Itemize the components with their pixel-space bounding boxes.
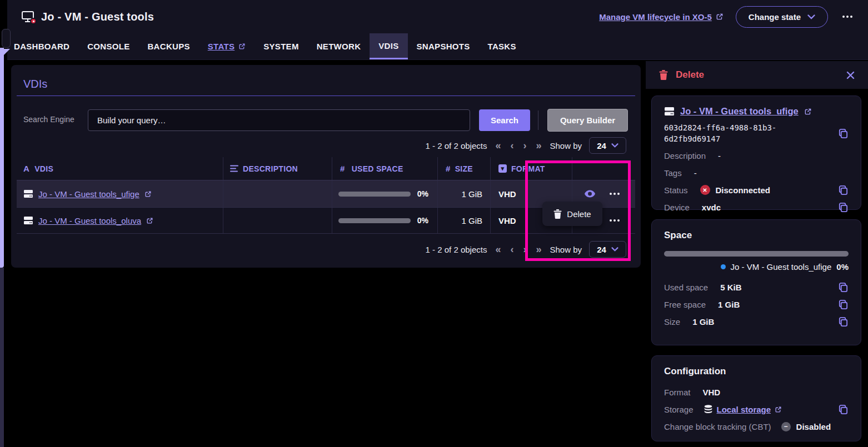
storage-row: Storage Local storage (664, 403, 849, 415)
close-icon[interactable] (846, 71, 855, 79)
search-row: Search Engine Search Query Builder (11, 109, 641, 132)
last-page-button[interactable]: » (535, 244, 542, 254)
vm-guest-tools-screen: Jo - VM - Guest tools Manage VM lifecycl… (0, 0, 868, 447)
column-header-vdis[interactable]: A VDIS (17, 157, 223, 180)
space-title: Space (664, 230, 849, 241)
tags-row: Tags - (664, 167, 849, 179)
tab-system[interactable]: SYSTEM (255, 33, 307, 59)
trash-icon (553, 209, 562, 219)
next-page-button[interactable]: › (522, 244, 527, 254)
pagination-summary: 1 - 2 of 2 objects (426, 245, 487, 254)
vdi-link[interactable]: Jo - VM - Guest tools_ufige (38, 189, 139, 199)
sidebar-delete-header: Delete (646, 61, 868, 89)
format-row: Format VHD (664, 386, 849, 398)
button-divider (538, 111, 538, 130)
left-edge-button (2, 29, 11, 48)
more-options-button[interactable] (840, 13, 855, 20)
column-header-description[interactable]: DESCRIPTION (223, 157, 332, 180)
chevron-down-icon (611, 143, 618, 148)
tab-tasks[interactable]: TASKS (479, 33, 525, 59)
trash-icon (659, 70, 668, 80)
first-page-button[interactable]: « (494, 244, 502, 254)
status-row: Status ✕ Disconnected (664, 184, 849, 196)
delete-menu-item[interactable]: Delete (542, 202, 602, 226)
tab-backups[interactable]: BACKUPS (138, 33, 198, 59)
local-storage-link[interactable]: Local storage (717, 405, 771, 414)
external-link-icon (804, 108, 812, 115)
copy-icon[interactable] (838, 317, 849, 327)
column-header-size[interactable]: # SIZE (438, 157, 491, 180)
tab-snapshots[interactable]: SNAPSHOTS (408, 33, 479, 59)
copy-icon[interactable] (838, 299, 849, 310)
page-size-select[interactable]: 24 (589, 241, 626, 258)
copy-icon[interactable] (838, 202, 849, 213)
used-space-value: 0% (417, 189, 428, 198)
show-by-label: Show by (550, 245, 582, 254)
scrollbar-track[interactable] (0, 268, 4, 447)
delete-menu-label: Delete (567, 209, 591, 219)
row-more-button[interactable] (607, 190, 622, 197)
disabled-status-icon: − (781, 422, 791, 431)
used-space-cell: 0% (332, 208, 438, 233)
vdi-link[interactable]: Jo - VM - Guest tools_ufige (680, 106, 799, 117)
text-lines-icon (230, 165, 238, 172)
number-icon: # (340, 164, 345, 173)
table-header-row: A VDIS DESCRIPTION # USED SPACE # SIZE (17, 157, 635, 180)
top-bar-actions: Manage VM lifecycle in XO-5 Change state (599, 6, 855, 28)
pagination-top: 1 - 2 of 2 objects « ‹ › » Show by 24 (426, 137, 626, 154)
external-link-icon (238, 43, 246, 50)
size-cell: 1 GiB (438, 180, 491, 207)
tab-stats[interactable]: STATS (199, 33, 255, 59)
chevron-down-icon (611, 247, 618, 252)
first-page-button[interactable]: « (494, 140, 502, 150)
space-progressbar (664, 251, 849, 257)
tab-bar: DASHBOARD CONSOLE BACKUPS STATS SYSTEM N… (0, 33, 868, 60)
change-state-button[interactable]: Change state (736, 6, 828, 28)
database-icon (704, 405, 713, 414)
eye-icon[interactable] (585, 190, 595, 198)
last-page-button[interactable]: » (535, 140, 542, 150)
prev-page-button[interactable]: ‹ (509, 244, 515, 254)
scrollbar-thumb[interactable] (0, 48, 4, 268)
tab-console[interactable]: CONSOLE (78, 33, 138, 59)
page-title: Jo - VM - Guest tools (41, 11, 154, 23)
copy-icon[interactable] (838, 185, 849, 195)
column-header-format[interactable]: ▾ FORMAT (491, 157, 572, 180)
query-input[interactable] (88, 109, 470, 131)
device-row: Device xvdc (664, 201, 849, 213)
copy-icon[interactable] (838, 282, 849, 293)
column-header-actions (572, 157, 635, 180)
search-button[interactable]: Search (479, 109, 530, 131)
copy-icon[interactable] (838, 123, 849, 144)
tab-vdis[interactable]: VDIS (370, 33, 407, 59)
search-engine-label: Search Engine (23, 115, 74, 124)
legend-dot-icon (721, 264, 726, 269)
size-cell: 1 GiB (438, 208, 491, 233)
top-bar: Jo - VM - Guest tools Manage VM lifecycl… (0, 0, 868, 33)
show-by-label: Show by (550, 141, 582, 150)
prev-page-button[interactable]: ‹ (509, 140, 515, 150)
external-link-icon (144, 190, 152, 198)
tab-network[interactable]: NETWORK (308, 33, 370, 59)
pagination-bottom: 1 - 2 of 2 objects « ‹ › » Show by 24 (426, 241, 626, 258)
manage-vm-lifecycle-link[interactable]: Manage VM lifecycle in XO-5 (599, 12, 724, 22)
panel-title-divider (17, 96, 635, 96)
copy-icon[interactable] (838, 404, 849, 415)
vm-status-halted-badge (30, 18, 37, 24)
free-space-row: Free space 1 GiB (664, 298, 849, 310)
page-size-select[interactable]: 24 (589, 137, 626, 154)
column-header-used-space[interactable]: # USED SPACE (332, 157, 438, 180)
row-more-button[interactable] (607, 217, 622, 224)
page-size-value: 24 (597, 245, 606, 254)
sidebar-delete-title: Delete (676, 69, 704, 81)
description-row: Description - (664, 149, 849, 162)
vdi-link[interactable]: Jo - VM - Guest tools_oluva (38, 216, 141, 225)
query-builder-button[interactable]: Query Builder (547, 109, 628, 132)
tab-dashboard[interactable]: DASHBOARD (5, 33, 78, 59)
table-row[interactable]: Jo - VM - Guest tools_ufige 0% 1 GiB VHD (17, 180, 635, 207)
external-link-icon (716, 13, 724, 21)
next-page-button[interactable]: › (522, 140, 527, 150)
scrollbar-thumb-point (4, 49, 10, 55)
vm-monitor-icon (21, 11, 34, 23)
used-space-cell: 0% (332, 180, 438, 207)
